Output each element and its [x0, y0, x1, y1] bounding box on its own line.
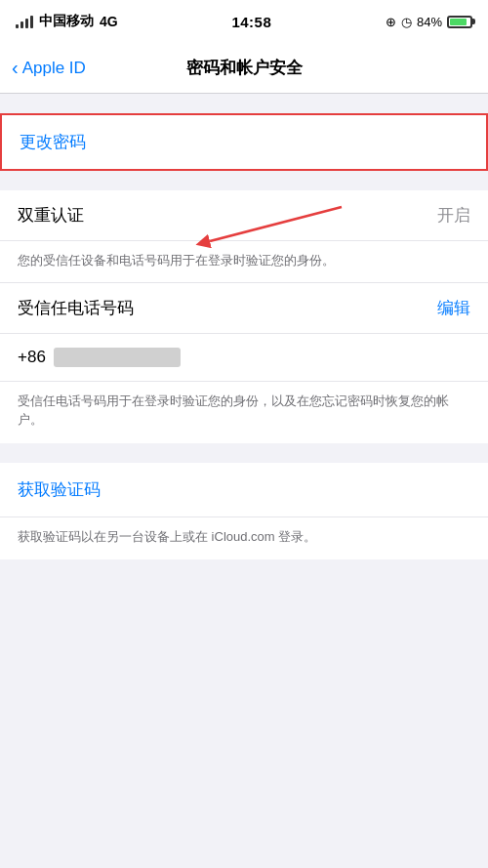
- get-code-label: 获取验证码: [18, 480, 101, 499]
- carrier-label: 中国移动: [39, 13, 94, 30]
- two-factor-label: 双重认证: [18, 204, 84, 227]
- back-label: Apple ID: [22, 59, 86, 78]
- phone-description: 受信任电话号码用于在登录时验证您的身份，以及在您忘记密码时恢复您的帐户。: [0, 382, 488, 443]
- trusted-phone-label: 受信任电话号码: [18, 297, 134, 319]
- back-button[interactable]: ‹ Apple ID: [12, 59, 86, 78]
- battery-icon: [447, 16, 472, 28]
- network-label: 4G: [100, 14, 118, 29]
- location-icon: ⊕: [386, 15, 396, 29]
- status-icons: ⊕ ◷ 84%: [386, 15, 472, 29]
- get-code-section: 获取验证码 获取验证码以在另一台设备上或在 iCloud.com 登录。: [0, 463, 488, 560]
- status-carrier: 中国移动 4G: [16, 13, 118, 30]
- back-chevron-icon: ‹: [12, 58, 19, 77]
- nav-bar: ‹ Apple ID 密码和帐户安全: [0, 43, 488, 94]
- battery-percent: 84%: [417, 15, 442, 29]
- page-title: 密码和帐户安全: [186, 57, 303, 79]
- change-password-item[interactable]: 更改密码: [2, 115, 486, 169]
- alarm-icon: ◷: [401, 15, 412, 29]
- signal-icon: [16, 16, 33, 28]
- status-bar: 中国移动 4G 14:58 ⊕ ◷ 84%: [0, 0, 488, 43]
- status-time: 14:58: [231, 14, 271, 30]
- content-area: 更改密码 双重认证 开启 您的受信任设备和电话号码用于在登录时验证您的身份。 受…: [0, 94, 488, 599]
- change-password-label: 更改密码: [20, 131, 86, 153]
- two-factor-section: 双重认证 开启 您的受信任设备和电话号码用于在登录时验证您的身份。 受信任电话号…: [0, 190, 488, 443]
- two-factor-description: 您的受信任设备和电话号码用于在登录时验证您的身份。: [0, 241, 488, 283]
- get-code-description: 获取验证码以在另一台设备上或在 iCloud.com 登录。: [0, 517, 488, 560]
- two-factor-header-row: 双重认证 开启: [0, 190, 488, 241]
- change-password-section: 更改密码: [0, 113, 488, 171]
- get-code-item[interactable]: 获取验证码: [0, 463, 488, 517]
- phone-number-row: +86 ●●● ●●●● ●●●●: [0, 334, 488, 382]
- phone-number-blurred: ●●● ●●●● ●●●●: [54, 348, 181, 367]
- trusted-phone-row: 受信任电话号码 编辑: [0, 283, 488, 334]
- two-factor-status: 开启: [437, 204, 470, 227]
- phone-code: +86: [18, 348, 46, 367]
- edit-button[interactable]: 编辑: [437, 297, 470, 319]
